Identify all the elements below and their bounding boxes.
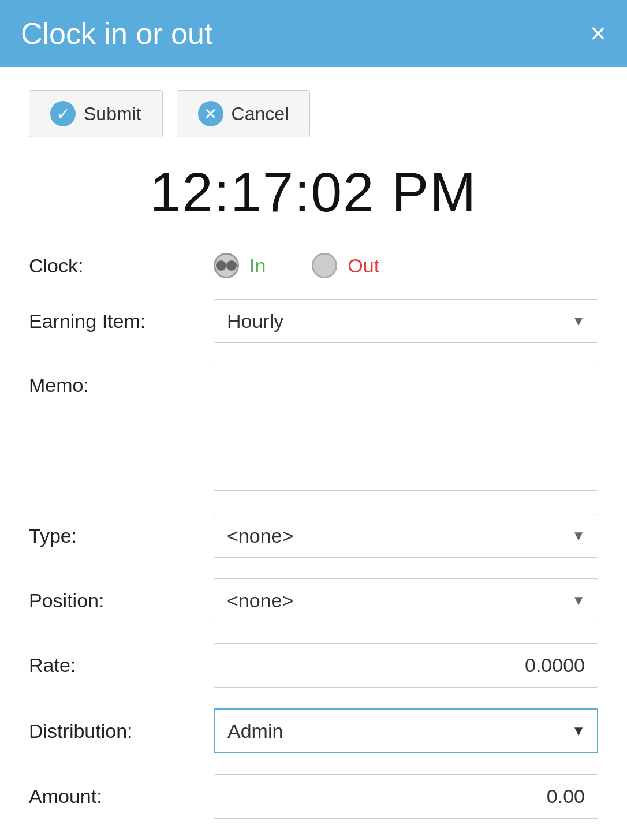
distribution-row: Distribution: Admin xyxy=(29,708,598,753)
rate-wrapper xyxy=(214,643,598,688)
cancel-label: Cancel xyxy=(232,103,289,125)
position-row: Position: <none> xyxy=(29,578,598,622)
submit-icon: ✓ xyxy=(50,101,76,126)
submit-label: Submit xyxy=(84,103,141,125)
memo-wrapper xyxy=(214,364,598,493)
clock-label: Clock: xyxy=(29,255,214,277)
memo-label: Memo: xyxy=(29,364,214,397)
dialog-header: Clock in or out × xyxy=(0,0,627,67)
memo-textarea[interactable] xyxy=(214,364,598,491)
dialog-title: Clock in or out xyxy=(21,16,212,51)
clock-out-radio[interactable] xyxy=(312,253,337,278)
type-select[interactable]: <none> xyxy=(214,514,598,558)
rate-row: Rate: xyxy=(29,643,598,688)
distribution-select[interactable]: Admin xyxy=(214,708,598,753)
time-display: 12:17:02 PM xyxy=(29,160,598,224)
clock-in-out-dialog: Clock in or out × ✓ Submit ✕ Cancel 12:1… xyxy=(0,0,627,840)
cancel-icon: ✕ xyxy=(198,101,223,126)
earning-item-label: Earning Item: xyxy=(29,310,214,333)
clock-radio-group: In Out xyxy=(214,253,598,278)
clock-row: Clock: In Out xyxy=(29,253,598,278)
rate-input[interactable] xyxy=(214,643,598,688)
clock-out-option[interactable]: Out xyxy=(312,253,379,278)
amount-wrapper xyxy=(214,774,598,819)
clock-out-label: Out xyxy=(348,255,379,277)
amount-input[interactable] xyxy=(214,774,598,819)
distribution-label: Distribution: xyxy=(29,720,214,742)
cancel-button[interactable]: ✕ Cancel xyxy=(177,90,311,137)
clock-in-label: In xyxy=(249,255,266,277)
distribution-wrapper: Admin xyxy=(214,708,598,753)
position-wrapper: <none> xyxy=(214,578,598,622)
close-button[interactable]: × xyxy=(590,20,606,47)
memo-row: Memo: xyxy=(29,364,598,493)
type-label: Type: xyxy=(29,525,214,547)
earning-item-row: Earning Item: Hourly Salary Commission xyxy=(29,299,598,343)
clock-in-option[interactable]: In xyxy=(214,253,266,278)
earning-item-wrapper: Hourly Salary Commission xyxy=(214,299,598,343)
amount-label: Amount: xyxy=(29,785,214,808)
position-select[interactable]: <none> xyxy=(214,578,598,622)
type-wrapper: <none> xyxy=(214,514,598,558)
toolbar: ✓ Submit ✕ Cancel xyxy=(29,90,598,137)
clock-in-radio[interactable] xyxy=(214,253,239,278)
position-label: Position: xyxy=(29,589,214,612)
earning-item-select[interactable]: Hourly Salary Commission xyxy=(214,299,598,343)
dialog-body: ✓ Submit ✕ Cancel 12:17:02 PM Clock: In xyxy=(0,67,627,840)
type-row: Type: <none> xyxy=(29,514,598,558)
amount-row: Amount: xyxy=(29,774,598,819)
rate-label: Rate: xyxy=(29,654,214,677)
submit-button[interactable]: ✓ Submit xyxy=(29,90,163,137)
